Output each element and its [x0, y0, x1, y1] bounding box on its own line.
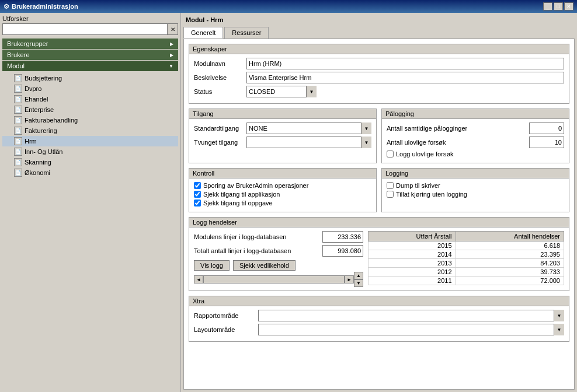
budsjettering-icon: 📄 — [14, 74, 22, 82]
tree-item-okonomi[interactable]: 📄 Økonomi — [2, 167, 178, 178]
totalt-row: Totalt antall linjer i logg-databasen — [194, 245, 363, 257]
nav-brukergrupper-arrow: ▶ — [170, 41, 173, 47]
tree-item-budsjettering[interactable]: 📄 Budsjettering — [2, 73, 178, 83]
vis-logg-button[interactable]: Vis logg — [194, 260, 230, 271]
nav-brukergrupper[interactable]: Brukergrupper ▶ — [2, 38, 178, 49]
standard-select[interactable]: NONE READ WRITE FULL — [246, 123, 371, 134]
count-cell: 84.203 — [456, 259, 564, 268]
dvpro-icon: 📄 — [14, 85, 22, 93]
xtra-section: Xtra Rapportområde ▼ Layoutområde — [189, 296, 569, 342]
modulnavn-row: Modulnavn — [194, 58, 564, 69]
scroll-right-button[interactable]: ► — [345, 275, 354, 284]
sjekk-tilgang-oppgave-label: Sjekk tilgang til oppgave — [203, 200, 273, 206]
table-row: 201384.203 — [369, 259, 564, 268]
app-title: Brukeradministrasjon — [12, 3, 78, 10]
layout-label: Layoutområde — [194, 326, 258, 333]
search-clear-button[interactable]: ✕ — [168, 23, 178, 35]
beskrivelse-input[interactable] — [246, 72, 564, 83]
col-count-header: Antall hendelser — [456, 232, 564, 242]
logg-checkbox[interactable] — [387, 150, 394, 158]
beskrivelse-label: Beskrivelse — [194, 74, 246, 81]
minimize-button[interactable]: _ — [543, 2, 552, 10]
scroll-up-down: ▲ ▼ — [354, 272, 363, 287]
kontroll-title: Kontroll — [189, 169, 376, 178]
check1-row: Sporing av BrukerAdmin operasjoner — [194, 182, 371, 189]
nav-modul-arrow: ▼ — [169, 64, 173, 69]
okonomi-icon: 📄 — [14, 169, 22, 177]
log-left: Modulens linjer i logg-databasen Totalt … — [194, 231, 363, 287]
rapport-row: Rapportområde ▼ — [194, 310, 564, 321]
log-right: Utført Årstall Antall hendelser 20156.61… — [368, 231, 564, 287]
tree-item-ehandel[interactable]: 📄 Ehandel — [2, 94, 178, 104]
close-button[interactable]: ✕ — [564, 2, 573, 10]
fakturabehandling-icon: 📄 — [14, 116, 22, 124]
samtidige-input[interactable] — [529, 123, 564, 134]
tree-item-skanning[interactable]: 📄 Skanning — [2, 157, 178, 167]
sjekk-tilgang-oppgave-checkbox[interactable] — [194, 200, 201, 206]
samtidige-row: Antall samtidige pålogginger — [387, 123, 564, 134]
scroll-left-button[interactable]: ◄ — [194, 275, 203, 284]
inn-og-utlan-icon: 📄 — [14, 148, 22, 156]
kontroll-logging-row: Kontroll Sporing av BrukerAdmin operasjo… — [189, 168, 569, 217]
table-row: 201239.733 — [369, 268, 564, 276]
tillat-kjoring-row: Tillat kjøring uten logging — [387, 191, 564, 198]
dump-skriver-checkbox[interactable] — [387, 182, 394, 189]
search-input[interactable] — [2, 23, 168, 35]
tree-item-fakturabehandling[interactable]: 📄 Fakturabehandling — [2, 115, 178, 125]
tvunget-select[interactable]: NONE READ WRITE FULL — [246, 136, 371, 148]
tree-item-inn-og-utlan[interactable]: 📄 Inn- Og Utlån — [2, 146, 178, 157]
scroll-track[interactable] — [203, 275, 345, 284]
tree-item-hrm[interactable]: 📄 Hrm — [2, 136, 178, 146]
tilgang-title: Tilgang — [189, 109, 376, 119]
content-area: Egenskaper Modulnavn Beskrivelse Status — [183, 38, 575, 390]
linjer-input[interactable] — [322, 231, 363, 243]
tree-item-fakturering[interactable]: 📄 Fakturering — [2, 125, 178, 136]
sjekk-tilgang-app-checkbox[interactable] — [194, 191, 201, 198]
tilgang-paaloggging-row: Tilgang Standardtilgang NONE READ WRITE … — [189, 108, 569, 168]
tillat-kjoring-checkbox[interactable] — [387, 191, 394, 198]
sjekk-vedlikehold-button[interactable]: Sjekk vedlikehold — [233, 260, 296, 271]
tree-item-dvpro[interactable]: 📄 Dvpro — [2, 83, 178, 94]
hrm-icon: 📄 — [14, 137, 22, 145]
tilgang-section: Tilgang Standardtilgang NONE READ WRITE … — [189, 108, 377, 163]
paaloggging-section: Pålogging Antall samtidige pålogginger A… — [381, 108, 569, 163]
year-cell: 2012 — [369, 268, 456, 276]
table-row: 201423.395 — [369, 250, 564, 259]
tab-generelt[interactable]: Generelt — [183, 27, 223, 38]
ulovlige-row: Antall ulovlige forsøk — [387, 136, 564, 148]
maximize-button[interactable]: □ — [554, 2, 563, 10]
dump-skriver-label: Dump til skriver — [396, 182, 440, 189]
rapport-select[interactable] — [258, 310, 564, 321]
count-cell: 6.618 — [456, 242, 564, 250]
totalt-input[interactable] — [322, 245, 363, 257]
ulovlige-label: Antall ulovlige forsøk — [387, 139, 526, 146]
ulovlige-input[interactable] — [529, 136, 564, 148]
layout-select[interactable] — [258, 324, 564, 335]
sporing-checkbox[interactable] — [194, 182, 201, 189]
samtidige-label: Antall samtidige pålogginger — [387, 125, 526, 132]
xtra-title: Xtra — [189, 296, 569, 306]
tree-item-enterprise[interactable]: 📄 Enterprise — [2, 104, 178, 115]
tab-ressurser[interactable]: Ressurser — [224, 27, 269, 38]
year-cell: 2011 — [369, 276, 456, 285]
nav-modul[interactable]: Modul ▼ — [2, 61, 178, 71]
search-label: Utforsker — [2, 15, 178, 22]
modulnavn-input[interactable] — [246, 58, 564, 69]
layout-row: Layoutområde ▼ — [194, 324, 564, 335]
status-select[interactable]: CLOSED OPEN DISABLED — [246, 86, 317, 97]
logging-title: Logging — [382, 169, 569, 178]
app-icon: ⚙ — [4, 3, 9, 10]
beskrivelse-row: Beskrivelse — [194, 72, 564, 83]
nav-brukere[interactable]: Brukere ▶ — [2, 50, 178, 60]
scroll-area: ◄ ► ▲ ▼ — [194, 272, 363, 287]
table-row: 201172.000 — [369, 276, 564, 285]
sjekk-tilgang-app-label: Sjekk tilgang til applikasjon — [203, 191, 280, 198]
fakturering-icon: 📄 — [14, 127, 22, 135]
nav-brukere-arrow: ▶ — [170, 52, 173, 58]
scroll-up-button[interactable]: ▲ — [354, 272, 363, 279]
sporing-label: Sporing av BrukerAdmin operasjoner — [203, 182, 308, 189]
log-events-layout: Modulens linjer i logg-databasen Totalt … — [194, 231, 564, 287]
logg-ulovlige-row: Logg ulovlige forsøk — [387, 150, 564, 158]
count-cell: 23.395 — [456, 250, 564, 259]
scroll-down-button[interactable]: ▼ — [354, 279, 363, 287]
